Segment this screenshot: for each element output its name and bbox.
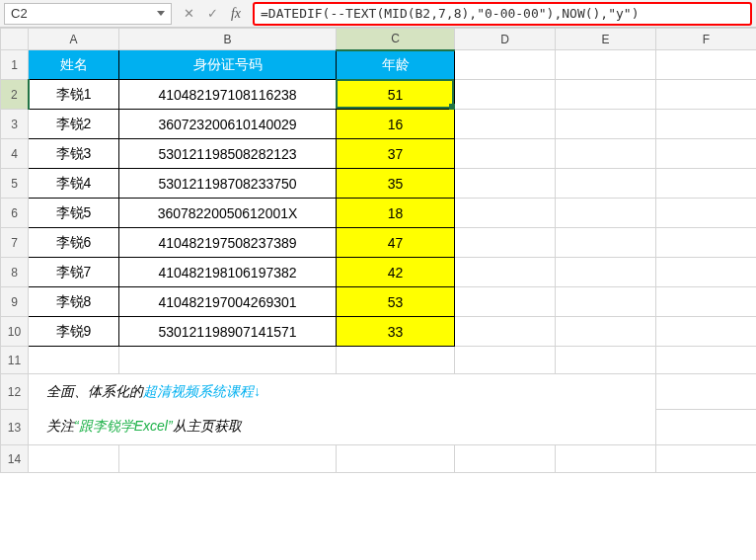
- cell[interactable]: [656, 199, 757, 228]
- row-header-13[interactable]: 13: [1, 410, 29, 445]
- row-header-8[interactable]: 8: [1, 258, 29, 287]
- row-header-14[interactable]: 14: [1, 445, 29, 473]
- cell-name[interactable]: 李锐8: [29, 287, 119, 317]
- spreadsheet-grid[interactable]: A B C D E F 1 姓名 身份证号码 年龄 2 李锐1 41048219…: [0, 28, 756, 473]
- cell[interactable]: [656, 169, 757, 199]
- cell-age[interactable]: 35: [337, 169, 455, 199]
- cell[interactable]: [556, 50, 656, 80]
- cell[interactable]: [556, 80, 656, 110]
- cell-age[interactable]: 47: [337, 228, 455, 258]
- cell-age[interactable]: 53: [337, 287, 455, 317]
- cell-id[interactable]: 360723200610140029: [119, 110, 337, 139]
- chevron-down-icon[interactable]: [157, 11, 165, 16]
- cell[interactable]: [455, 50, 556, 80]
- row-header-2[interactable]: 2: [1, 80, 29, 110]
- cell[interactable]: [455, 228, 556, 258]
- cell[interactable]: [656, 228, 757, 258]
- cell-name[interactable]: 李锐4: [29, 169, 119, 199]
- cell[interactable]: [656, 80, 757, 110]
- cell-name[interactable]: 李锐7: [29, 258, 119, 287]
- cell-id[interactable]: 530121198508282123: [119, 139, 337, 169]
- row-header-6[interactable]: 6: [1, 199, 29, 228]
- cell-age[interactable]: 18: [337, 199, 455, 228]
- select-all-corner[interactable]: [1, 29, 29, 50]
- cancel-formula-button[interactable]: ✕: [178, 3, 199, 25]
- formula-input[interactable]: [255, 6, 750, 21]
- cell[interactable]: [119, 347, 337, 374]
- promo-line-2[interactable]: 关注“跟李锐学Excel”从主页获取: [29, 410, 656, 445]
- col-header-D[interactable]: D: [455, 29, 556, 50]
- cell[interactable]: [455, 80, 556, 110]
- cell[interactable]: [656, 139, 757, 169]
- cell[interactable]: [556, 110, 656, 139]
- cell[interactable]: [656, 50, 757, 80]
- col-header-F[interactable]: F: [656, 29, 757, 50]
- cell[interactable]: [455, 317, 556, 347]
- cell[interactable]: [556, 347, 656, 374]
- cell-id[interactable]: 530121198708233750: [119, 169, 337, 199]
- cell[interactable]: [656, 110, 757, 139]
- cell[interactable]: [455, 287, 556, 317]
- cell-name[interactable]: 李锐3: [29, 139, 119, 169]
- row-header-10[interactable]: 10: [1, 317, 29, 347]
- row-header-5[interactable]: 5: [1, 169, 29, 199]
- cell[interactable]: [656, 374, 757, 410]
- cell-name[interactable]: 李锐6: [29, 228, 119, 258]
- row-header-7[interactable]: 7: [1, 228, 29, 258]
- cell[interactable]: [455, 258, 556, 287]
- cell[interactable]: [455, 139, 556, 169]
- cell[interactable]: [455, 110, 556, 139]
- cell-id[interactable]: 410482198106197382: [119, 258, 337, 287]
- cell[interactable]: [119, 445, 337, 473]
- cell[interactable]: [556, 287, 656, 317]
- cell[interactable]: [656, 317, 757, 347]
- cell[interactable]: [656, 258, 757, 287]
- col-header-C[interactable]: C: [337, 29, 455, 50]
- name-box[interactable]: C2: [4, 3, 172, 25]
- cell-age[interactable]: 16: [337, 110, 455, 139]
- cell[interactable]: [455, 199, 556, 228]
- cell[interactable]: [455, 169, 556, 199]
- row-header-1[interactable]: 1: [1, 50, 29, 80]
- cell[interactable]: [656, 347, 757, 374]
- cell[interactable]: [556, 199, 656, 228]
- row-header-4[interactable]: 4: [1, 139, 29, 169]
- header-name[interactable]: 姓名: [29, 50, 119, 80]
- cell-age[interactable]: 33: [337, 317, 455, 347]
- row-header-12[interactable]: 12: [1, 374, 29, 410]
- cell[interactable]: [556, 445, 656, 473]
- cell-name[interactable]: 李锐1: [29, 80, 119, 110]
- row-header-11[interactable]: 11: [1, 347, 29, 374]
- confirm-formula-button[interactable]: ✓: [201, 3, 223, 25]
- header-age[interactable]: 年龄: [337, 50, 455, 80]
- cell-id[interactable]: 410482197108116238: [119, 80, 337, 110]
- cell-id[interactable]: 36078220050612001X: [119, 199, 337, 228]
- row-header-9[interactable]: 9: [1, 287, 29, 317]
- cell-name[interactable]: 李锐5: [29, 199, 119, 228]
- cell[interactable]: [556, 169, 656, 199]
- fx-icon[interactable]: fx: [225, 6, 247, 22]
- cell-name[interactable]: 李锐9: [29, 317, 119, 347]
- cell-age[interactable]: 42: [337, 258, 455, 287]
- cell[interactable]: [29, 445, 119, 473]
- col-header-B[interactable]: B: [119, 29, 337, 50]
- cell-id[interactable]: 410482197004269301: [119, 287, 337, 317]
- cell[interactable]: [337, 445, 455, 473]
- cell[interactable]: [656, 410, 757, 445]
- cell[interactable]: [337, 347, 455, 374]
- cell[interactable]: [556, 317, 656, 347]
- header-id[interactable]: 身份证号码: [119, 50, 337, 80]
- cell[interactable]: [556, 258, 656, 287]
- cell[interactable]: [556, 228, 656, 258]
- cell-name[interactable]: 李锐2: [29, 110, 119, 139]
- row-header-3[interactable]: 3: [1, 110, 29, 139]
- promo-line-1[interactable]: 全面、体系化的超清视频系统课程↓: [29, 374, 656, 410]
- cell[interactable]: [556, 139, 656, 169]
- col-header-E[interactable]: E: [556, 29, 656, 50]
- col-header-A[interactable]: A: [29, 29, 119, 50]
- cell[interactable]: [29, 347, 119, 374]
- cell[interactable]: [455, 347, 556, 374]
- cell[interactable]: [455, 445, 556, 473]
- cell-id[interactable]: 530121198907141571: [119, 317, 337, 347]
- cell-age[interactable]: 51: [337, 80, 455, 110]
